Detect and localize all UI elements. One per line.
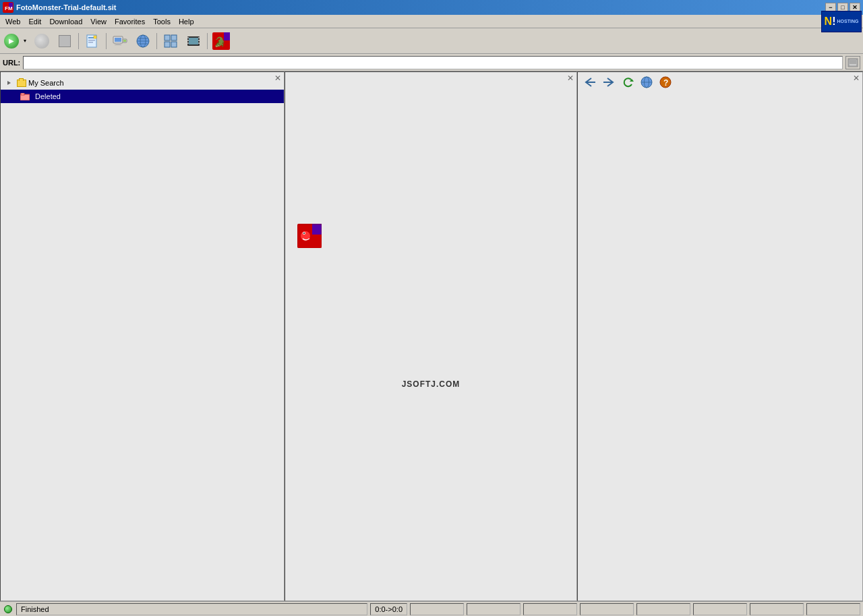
network-button[interactable] (109, 31, 131, 51)
menu-favorites[interactable]: Favorites (111, 16, 149, 27)
svg-rect-24 (189, 38, 198, 44)
main-area: ✕ My Search Deleted ✕ (0, 71, 863, 601)
page-button[interactable] (82, 31, 103, 51)
url-go-button[interactable] (845, 56, 860, 69)
svg-rect-13 (123, 40, 126, 42)
menu-edit[interactable]: Edit (24, 16, 45, 27)
address-bar: URL: (0, 54, 863, 71)
my-search-label: My Search (28, 79, 64, 87)
go-icon (847, 58, 858, 67)
right-back-icon (583, 76, 597, 88)
status-green-circle (4, 605, 12, 613)
title-bar: FM FotoMonster-Trial-default.sit − □ ✕ (0, 0, 863, 15)
stop2-icon (59, 35, 71, 47)
svg-marker-39 (7, 81, 11, 85)
svg-rect-25 (187, 37, 189, 38)
filmstrip-button[interactable] (183, 31, 204, 51)
right-toolbar: ? (578, 72, 862, 92)
url-input[interactable] (23, 56, 843, 69)
right-forward-button[interactable] (601, 75, 617, 90)
right-globe-button[interactable] (638, 75, 655, 90)
tree-item-deleted[interactable]: Deleted (1, 90, 284, 103)
status-label: Finished (21, 605, 49, 613)
svg-rect-26 (187, 40, 189, 41)
menu-web[interactable]: Web (1, 16, 24, 27)
title-text: FotoMonster-Trial-default.sit (16, 3, 117, 11)
network-icon (112, 34, 128, 49)
svg-rect-21 (165, 42, 170, 47)
back-button[interactable]: ▶ (3, 31, 20, 51)
right-forward-icon (602, 76, 616, 88)
svg-rect-5 (88, 40, 95, 41)
title-bar-left: FM FotoMonster-Trial-default.sit (3, 2, 117, 13)
fotomon-button[interactable]: 🐊 (210, 31, 232, 51)
stop-button[interactable] (31, 31, 53, 51)
toolbar-separator-4 (207, 33, 208, 49)
svg-rect-30 (198, 42, 200, 44)
status-seg-7 (750, 603, 804, 615)
folder-expand-icon (3, 78, 14, 88)
counter-label: 0:0->0:0 (375, 605, 403, 613)
svg-rect-7 (94, 36, 96, 38)
right-panel: ✕ (577, 71, 863, 601)
svg-rect-43 (312, 224, 322, 235)
deleted-folder-icon (20, 91, 30, 102)
status-seg-4 (580, 603, 634, 615)
filmstrip-icon (186, 34, 201, 49)
page-icon (85, 34, 100, 49)
right-panel-close[interactable]: ✕ (853, 73, 860, 83)
globe-icon (136, 34, 150, 49)
menu-help[interactable]: Help (175, 16, 198, 27)
svg-rect-27 (187, 42, 189, 44)
ns-logo-n: N (825, 16, 833, 28)
grid-view-button[interactable] (160, 31, 181, 51)
svg-text:🐊: 🐊 (214, 36, 226, 48)
back-dropdown[interactable]: ▾ (20, 31, 30, 51)
toolbar-separator-1 (78, 33, 79, 49)
tree-item-mysearch[interactable]: My Search (1, 72, 284, 90)
svg-rect-9 (115, 38, 121, 42)
stop-icon (34, 34, 49, 49)
status-icon (3, 604, 13, 615)
svg-rect-6 (88, 42, 93, 43)
content-label: JSOFTJ.COM (402, 379, 460, 389)
left-panel: ✕ My Search Deleted (0, 71, 285, 601)
svg-text:FM: FM (5, 5, 13, 11)
middle-panel-close[interactable]: ✕ (567, 73, 574, 83)
toolbar: ▶ ▾ (0, 28, 863, 54)
svg-rect-11 (115, 44, 121, 45)
right-refresh-button[interactable] (620, 75, 636, 90)
foto-monster-icon[interactable] (297, 224, 322, 248)
ns-logo: N ! HOSTING (821, 11, 862, 32)
fotomon-icon: 🐊 (212, 32, 231, 51)
menu-view[interactable]: View (86, 16, 111, 27)
stop2-button[interactable] (54, 31, 76, 51)
back-button-group: ▶ ▾ (3, 31, 30, 51)
right-globe-icon (640, 76, 653, 88)
menu-download[interactable]: Download (45, 16, 86, 27)
svg-rect-41 (21, 93, 24, 95)
right-help-icon: ? (659, 76, 672, 88)
svg-rect-28 (198, 37, 200, 38)
ns-logo-exclaim: ! (832, 16, 835, 28)
right-help-button[interactable]: ? (657, 75, 674, 90)
svg-rect-22 (171, 42, 177, 47)
svg-text:?: ? (663, 78, 668, 88)
app-icon: FM (3, 2, 13, 13)
left-panel-close[interactable]: ✕ (274, 73, 281, 83)
middle-panel: ✕ JSOFTJ.COM (285, 71, 577, 601)
svg-point-46 (303, 233, 305, 234)
status-counter: 0:0->0:0 (370, 603, 407, 615)
right-refresh-icon (621, 76, 634, 88)
menu-bar: Web Edit Download View Favorites Tools H… (0, 15, 863, 28)
svg-rect-19 (165, 35, 170, 40)
back-icon: ▶ (4, 34, 19, 49)
globe-button[interactable] (132, 31, 154, 51)
status-seg-5 (636, 603, 690, 615)
right-back-button[interactable] (582, 75, 598, 90)
status-seg-3 (523, 603, 577, 615)
url-label: URL: (3, 59, 20, 67)
deleted-label: Deleted (35, 92, 61, 100)
svg-rect-29 (198, 40, 200, 41)
menu-tools[interactable]: Tools (149, 16, 175, 27)
